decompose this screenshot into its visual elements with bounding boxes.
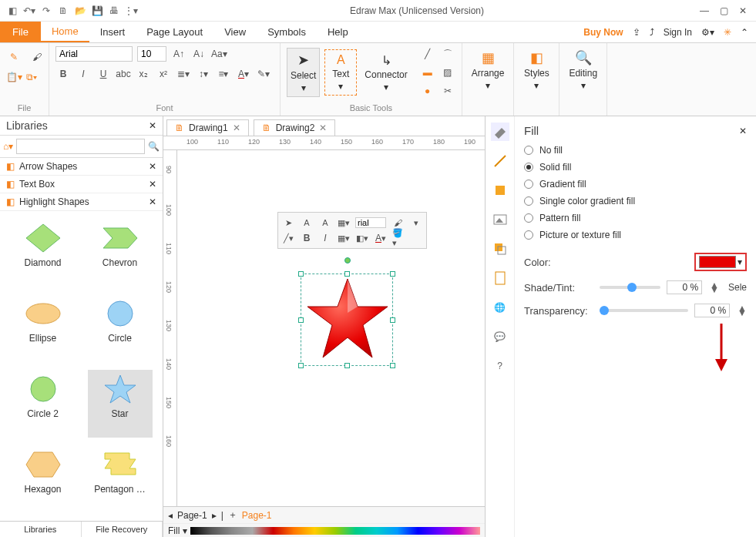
case-icon[interactable]: Aa▾ — [211, 46, 227, 62]
drawing-tab-2[interactable]: 🗎Drawing2✕ — [254, 119, 336, 136]
subscript-icon[interactable]: x₂ — [136, 66, 151, 82]
italic-icon[interactable]: I — [76, 66, 91, 82]
mini-select-icon[interactable]: ➤ — [281, 216, 295, 230]
redo-icon[interactable]: ↷ — [40, 5, 52, 17]
mini-shadow-icon[interactable]: ◧▾ — [355, 231, 369, 245]
resize-handle-nw[interactable] — [298, 271, 304, 277]
transparency-slider[interactable] — [600, 309, 688, 312]
menu-insert[interactable]: Insert — [89, 22, 136, 42]
libraries-tab[interactable]: Libraries — [0, 522, 82, 537]
shape-diamond[interactable]: Diamond — [11, 219, 76, 287]
menu-home[interactable]: Home — [41, 22, 89, 42]
selected-star-shape[interactable] — [301, 274, 393, 366]
shape-star[interactable]: Star — [88, 370, 153, 438]
mini-font-field[interactable] — [355, 217, 386, 228]
buy-now-link[interactable]: Buy Now — [583, 27, 623, 38]
line-tab-icon[interactable] — [491, 152, 509, 170]
print-icon[interactable]: 🖶 — [108, 5, 120, 17]
menu-symbols[interactable]: Symbols — [257, 22, 317, 42]
new-icon[interactable]: 🗎 — [57, 5, 69, 17]
drawing-canvas[interactable]: ➤ A A ▦▾ 🖌 ▾ ╱▾ B I ▦▾ ◧▾ A▾ — [177, 150, 485, 506]
resize-handle-w[interactable] — [298, 317, 304, 323]
help-tab-icon[interactable]: ? — [491, 357, 509, 375]
library-category-arrow[interactable]: ◧Arrow Shapes✕ — [0, 158, 163, 176]
superscript-icon[interactable]: x² — [156, 66, 171, 82]
mini-theme-icon[interactable]: ▦▾ — [337, 231, 351, 245]
crop-tool-icon[interactable]: ✂ — [440, 83, 455, 99]
arrange-button[interactable]: ▦ Arrange▾ — [469, 46, 508, 94]
undo-icon[interactable]: ↶▾ — [23, 5, 35, 17]
resize-handle-e[interactable] — [390, 317, 395, 323]
color-strip[interactable] — [190, 527, 480, 535]
layer-tab-icon[interactable] — [491, 240, 509, 258]
fill-dropdown-icon[interactable]: ▾ — [183, 525, 187, 536]
maximize-button[interactable]: ▢ — [720, 5, 728, 16]
resize-handle-n[interactable] — [344, 271, 350, 277]
brush-icon[interactable]: ✎ — [6, 49, 22, 65]
collapse-ribbon-icon[interactable]: ⌃ — [741, 27, 748, 38]
bold-icon[interactable]: B — [55, 66, 71, 82]
shade-slider[interactable] — [600, 286, 660, 289]
shadow-tab-icon[interactable] — [491, 181, 509, 200]
copy-icon[interactable]: ⧉▾ — [24, 69, 39, 85]
close-libraries-icon[interactable]: ✕ — [149, 120, 156, 131]
close-fill-panel-icon[interactable]: ✕ — [739, 126, 747, 136]
fill-opt-single-gradient[interactable]: Single color gradient fill — [524, 196, 747, 206]
gear-icon[interactable]: ⚙▾ — [701, 27, 714, 38]
select-tool[interactable]: ➤ Select▾ — [287, 48, 320, 97]
shrink-font-icon[interactable]: A↓ — [191, 46, 207, 62]
resize-handle-s[interactable] — [344, 363, 350, 368]
picture-tab-icon[interactable] — [491, 210, 509, 229]
strike-icon[interactable]: abc — [116, 66, 131, 82]
bullets-icon[interactable]: ≣▾ — [176, 66, 191, 82]
library-category-highlight[interactable]: ◧Highlight Shapes✕ — [0, 193, 163, 211]
text-tool[interactable]: A Text▾ — [324, 49, 357, 96]
shape-ellipse[interactable]: Ellipse — [11, 294, 76, 362]
paste-icon[interactable]: 📋▾ — [6, 69, 22, 85]
mini-line-icon[interactable]: ╱▾ — [281, 231, 295, 245]
options-icon[interactable]: ⋮▾ — [125, 5, 137, 17]
page-tab-1a[interactable]: Page-1 — [177, 510, 207, 521]
line-spacing-icon[interactable]: ↕▾ — [196, 66, 211, 82]
align-icon[interactable]: ≡▾ — [216, 66, 231, 82]
mini-italic-icon[interactable]: I — [318, 231, 332, 245]
mini-font-shrink-icon[interactable]: A — [318, 216, 332, 230]
font-color-icon[interactable]: A▾ — [236, 66, 251, 82]
editing-button[interactable]: 🔍 Editing▾ — [566, 46, 600, 94]
rect-tool-icon[interactable]: ▬ — [420, 65, 435, 80]
shape-pentagon[interactable]: Pentagon … — [88, 445, 153, 513]
mini-bucket-icon[interactable]: 🪣▾ — [392, 231, 406, 245]
menu-view[interactable]: View — [213, 22, 257, 42]
mini-font-color-icon[interactable]: A▾ — [374, 231, 388, 245]
grow-font-icon[interactable]: A↑ — [171, 46, 186, 62]
file-menu[interactable]: File — [0, 22, 41, 42]
fill-opt-gradient[interactable]: Gradient fill — [524, 179, 747, 190]
page-nav-next[interactable]: ▸ — [212, 510, 217, 521]
sign-in-link[interactable]: Sign In — [664, 27, 692, 38]
hatch-tool-icon[interactable]: ▨ — [440, 65, 455, 80]
mini-font-grow-icon[interactable]: A — [300, 216, 314, 230]
transparency-spinner[interactable]: ▲▼ — [738, 306, 747, 315]
page-tab-icon[interactable] — [491, 269, 509, 287]
fill-tab-icon[interactable] — [491, 123, 509, 141]
fill-opt-none[interactable]: No fill — [524, 145, 747, 156]
home-icon[interactable]: ⌂▾ — [3, 141, 13, 152]
mini-bold-icon[interactable]: B — [300, 231, 314, 245]
page-tab-1b[interactable]: Page-1 — [242, 510, 272, 521]
export-icon[interactable]: ⇪ — [633, 27, 640, 38]
search-icon[interactable]: 🔍 — [148, 141, 160, 152]
resize-handle-ne[interactable] — [390, 271, 395, 277]
minimize-button[interactable]: — — [700, 5, 709, 16]
shade-spinner[interactable]: ▲▼ — [710, 283, 719, 292]
page-nav-prev[interactable]: ◂ — [168, 510, 173, 521]
paint-format-icon[interactable]: 🖌 — [29, 49, 45, 65]
library-category-textbox[interactable]: ◧Text Box✕ — [0, 176, 163, 193]
transparency-value[interactable]: 0 % — [694, 304, 730, 317]
shape-circle[interactable]: Circle — [88, 294, 153, 362]
shape-hexagon[interactable]: Hexagon — [11, 445, 76, 513]
font-size-select[interactable] — [137, 46, 166, 62]
fill-opt-pattern[interactable]: Pattern fill — [524, 213, 747, 223]
shape-chevron[interactable]: Chevron — [88, 219, 153, 287]
save-icon[interactable]: 💾 — [91, 5, 103, 17]
styles-button[interactable]: ◧ Styles▾ — [520, 46, 553, 94]
